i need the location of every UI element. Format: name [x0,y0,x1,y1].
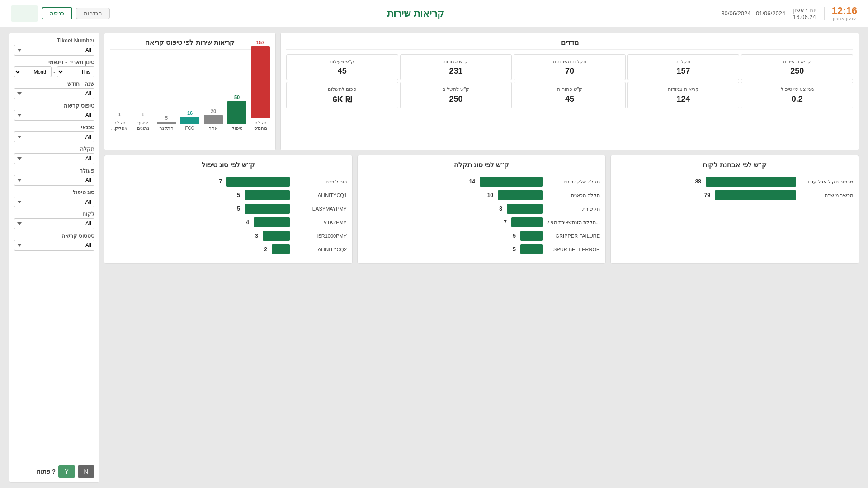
failure-filter-label: תקלה [14,146,94,152]
technician-filter-select[interactable]: All [14,131,94,142]
failure-filter-select[interactable]: All [14,153,94,164]
bar-row-1: תקלה מכאנית 10 [363,190,600,200]
top-bar-left: 12:16 עדכון אחרון יום ראשון 16.06.24 01/… [721,6,857,21]
calltype-filter-group: טיפוס קריאה All [14,103,94,121]
callstatus-filter-label: סטטוס קריאה [14,233,94,239]
bar-row-3: ...תקלת הזנתשאיבת מגי / 7 [363,217,600,227]
ticket-filter-select[interactable]: All [14,45,94,56]
calls-bar-col-6: 1 תקלה אפליק... [110,112,129,131]
top-row: מדדים קריאות שירות250תקלות157תקלות משבית… [104,33,859,150]
metric-cell-row2-0: ממוצע ימי טיפול0.2 [741,82,853,108]
page-title: קריאות שירות [387,8,444,19]
metric-cell-row2-4: סכום לתשלום₪ 6K [286,82,398,108]
ticket-filter-group: Tikcet Number All [14,38,94,56]
metrics-row2: ממוצע ימי טיפול0.2קריאות צמודות124ק"ש פת… [286,82,853,108]
treatment-panel-title: ק"ש לפי סוג טיפול [110,161,347,172]
calls-bar-col-3: 16 FCO [180,110,199,131]
customer-bars: מכשיר תקול אבל עובד 88 מכשיר מושבת 79 [616,177,853,200]
top-bar: 12:16 עדכון אחרון יום ראשון 16.06.24 01/… [0,0,868,27]
btn-n[interactable]: N [78,465,94,478]
open-label: ? פתוח [37,468,56,475]
metric-cell-row1-4: ק"ש פעילות45 [286,54,398,80]
bar-row-1: מכשיר מושבת 79 [616,190,853,200]
callstatus-filter-select[interactable]: All [14,240,94,251]
bar-row-5: ALINITYCQ2 2 [110,244,347,254]
year-filter-label: שנה - חודש [14,81,94,87]
ticket-filter-label: Tikcet Number [14,38,94,44]
logo-area [11,5,38,22]
login-button[interactable]: כניסה [42,7,72,19]
bar-row-5: SPUR BELT ERROR 5 [363,244,600,254]
treatment-filter-label: סוג טיפול [14,189,94,196]
btn-y[interactable]: Y [58,465,75,478]
customer-filter-select[interactable]: All [14,218,94,229]
sidebar-filters: Tikcet Number All סינון תאריך - דינאמי T… [9,33,99,483]
customer-filter-group: לקוח All [14,211,94,229]
date-month-select[interactable]: Month [14,66,52,77]
metric-cell-row2-2: ק"ש פתוחות45 [514,82,626,108]
bar-row-2: תקשורת 8 [363,204,600,214]
metric-cell-row1-1: תקלות157 [627,54,740,80]
action-filter-label: פעולה [14,168,94,174]
calls-bar-col-0: 157 תקלת מהנדס [251,40,270,131]
metric-cell-row2-1: קריאות צמודות124 [627,82,740,108]
failure-filter-group: תקלה All [14,146,94,164]
metric-cell-row1-3: ק"ש סגורות231 [400,54,512,80]
calls-by-treatment-panel: ק"ש לפי סוג טיפול טיפול שנתי 7 ALINITYCQ… [104,155,353,264]
calls-by-failure-panel: ק"ש לפי סוג תקלה תקלה אלקטרונית 14 תקלה … [357,155,606,264]
dashboard-area: מדדים קריאות שירות250תקלות157תקלות משבית… [104,33,859,483]
bar-row-4: GRIPPER FAILURE 5 [363,231,600,241]
failure-bars: תקלה אלקטרונית 14 תקלה מכאנית 10 תקשורת … [363,177,600,254]
date-filter-group: סינון תאריך - דינאמי This - Month [14,59,94,77]
time-label: עדכון אחרון [833,16,856,21]
calls-bar-col-5: 1 איסוף נתונים [133,112,152,131]
year-filter-select[interactable]: All [14,88,94,99]
date-filter-row: This - Month [14,66,94,77]
technician-filter-group: טכנאי All [14,124,94,142]
top-bar-right: הגדרות כניסה [11,5,110,22]
year-filter-group: שנה - חודש All [14,81,94,99]
bar-row-1: ALINITYCQ1 5 [110,190,347,200]
date-display: 16.06.24 [793,14,816,20]
calls-bar-col-2: 20 אחר [204,108,223,131]
date-range: 01/06/2024 - 30/06/2024 [721,10,785,17]
metric-cell-row1-2: תקלות משביתות70 [514,54,626,80]
customer-panel-title: ק"ש לפי אבחנת לקוח [616,161,853,172]
metrics-row1: קריאות שירות250תקלות157תקלות משביתות70ק"… [286,54,853,80]
date-separator: - [53,69,55,75]
treatment-filter-select[interactable]: All [14,197,94,207]
action-filter-group: פעולה All [14,168,94,186]
sidebar-bottom-btns: N Y ? פתוח [14,465,94,478]
treatment-filter-group: סוג טיפול All [14,189,94,207]
time-display: 12:16 [832,6,857,16]
calls-by-type-title: קריאות שירות לפי טיפוס קריאה [110,38,270,50]
main-content: מדדים קריאות שירות250תקלות157תקלות משבית… [0,27,868,488]
bar-row-0: תקלה אלקטרונית 14 [363,177,600,187]
calls-by-type-panel: קריאות שירות לפי טיפוס קריאה 157 תקלת מה… [104,33,276,150]
bar-row-2: EASYMAYPMY 5 [110,204,347,214]
bar-row-4: ISR1000PMY 3 [110,231,347,241]
date-this-select[interactable]: This [57,66,94,77]
metric-cell-row2-3: ק"ש לתשלום250 [400,82,512,108]
bar-row-0: טיפול שנתי 7 [110,177,347,187]
metrics-panel: מדדים קריאות שירות250תקלות157תקלות משבית… [280,33,859,150]
action-filter-select[interactable]: All [14,175,94,186]
bar-row-3: VTK2PMY 4 [110,217,347,227]
metric-cell-row1-0: קריאות שירות250 [741,54,853,80]
calls-bar-col-4: 5 התקנה [157,115,176,131]
treatment-bars: טיפול שנתי 7 ALINITYCQ1 5 EASYMAYPMY 5 V… [110,177,347,254]
calls-bar-col-1: 50 טיפול [227,94,246,131]
time-block: 12:16 עדכון אחרון [832,6,857,21]
day-label: יום ראשון [793,7,816,14]
date-info: יום ראשון 16.06.24 [793,7,825,20]
failure-panel-title: ק"ש לפי סוג תקלה [363,161,600,172]
settings-button[interactable]: הגדרות [76,8,110,19]
bar-row-0: מכשיר תקול אבל עובד 88 [616,177,853,187]
customer-filter-label: לקוח [14,211,94,217]
callstatus-filter-group: סטטוס קריאה All [14,233,94,251]
calltype-filter-select[interactable]: All [14,110,94,121]
bottom-row: ק"ש לפי אבחנת לקוח מכשיר תקול אבל עובד 8… [104,155,859,264]
metrics-title: מדדים [286,38,853,50]
technician-filter-label: טכנאי [14,124,94,131]
calls-by-customer-panel: ק"ש לפי אבחנת לקוח מכשיר תקול אבל עובד 8… [610,155,859,264]
